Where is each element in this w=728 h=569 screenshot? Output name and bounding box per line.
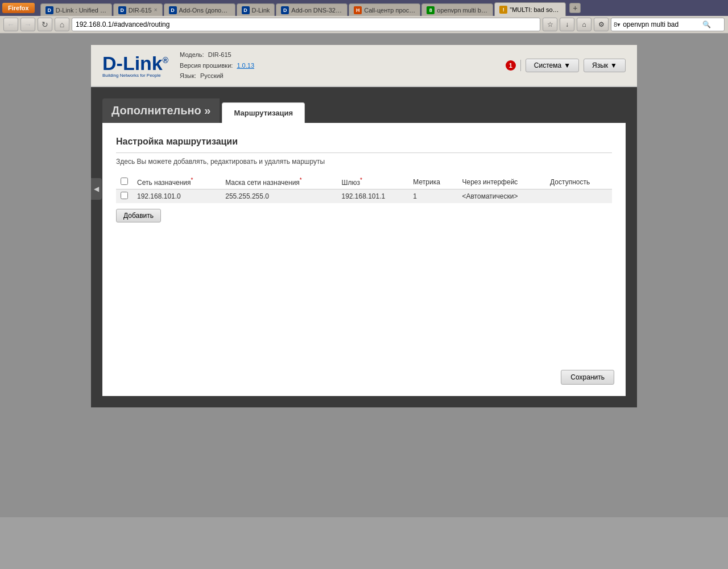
panel-description: Здесь Вы можете добавлять, редактировать… — [116, 158, 612, 166]
content-panel: Настройка маршрутизации Здесь Вы можете … — [102, 123, 626, 396]
tab-label: Add-Ons (дополнит... — [179, 7, 230, 14]
section-header: Дополнительно » Маршрутизация — [102, 98, 626, 123]
section-title: Дополнительно » — [102, 98, 220, 123]
save-button[interactable]: Сохранить — [561, 370, 614, 385]
table-row: 192.168.101.0 255.255.255.0 192.168.101.… — [116, 189, 612, 204]
main-dark-container: Дополнительно » Маршрутизация Настройка … — [91, 87, 637, 407]
reload-button[interactable]: ↻ — [38, 18, 52, 31]
notification-badge: 1 — [506, 60, 516, 71]
search-box: 8▾ 🔍 — [611, 18, 725, 31]
tab-favicon: D — [169, 6, 177, 14]
add-button[interactable]: Добавить — [116, 209, 161, 222]
firmware-line: Версия прошивки: 1.0.13 — [180, 60, 254, 71]
routing-tab[interactable]: Маршрутизация — [222, 102, 305, 123]
col-network: Сеть назначения* — [133, 175, 221, 189]
col-availability: Доступность — [545, 175, 612, 189]
system-chevron-icon: ▼ — [564, 61, 570, 69]
row-checkbox-cell — [116, 189, 133, 204]
browser-titlebar: Firefox DD-Link : Unified Servi...DDIR-6… — [0, 0, 728, 16]
dlink-logo: D-Link® Building Networks for People — [102, 53, 168, 78]
search-icon[interactable]: 🔍 — [702, 20, 711, 28]
browser-toolbar: ← → ↻ ⌂ ☆ ↓ ⌂ ⚙ 8▾ 🔍 — [0, 16, 728, 34]
bookmarks-button[interactable]: ☆ — [543, 18, 557, 31]
logo-text: D-Link® — [102, 53, 168, 73]
tab-label: D-Link : Unified Servi... — [56, 7, 107, 14]
row-availability — [545, 189, 612, 204]
panel-title: Настройка маршрутизации — [116, 137, 612, 153]
firefox-menu-button[interactable]: Firefox — [2, 3, 35, 13]
divider — [520, 60, 521, 71]
address-bar[interactable] — [76, 20, 536, 28]
downloads-button[interactable]: ↓ — [560, 18, 574, 31]
tab-bar: DD-Link : Unified Servi...DDIR-615×DAdd-… — [38, 0, 570, 16]
language-button[interactable]: Язык ▼ — [584, 59, 626, 72]
addons-button[interactable]: ⚙ — [594, 18, 609, 31]
lang-line: Язык: Русский — [180, 71, 254, 81]
tab-label: Add-on DNS-325 &... — [291, 7, 342, 14]
header-controls: 1 Система ▼ Язык ▼ — [506, 59, 626, 72]
main-wrapper: ◀ Дополнительно » Маршрутизация Настройк… — [91, 87, 637, 407]
search-engine-icon: 8▾ — [614, 21, 621, 28]
col-interface: Через интерфейс — [457, 175, 545, 189]
system-button[interactable]: Система ▼ — [526, 59, 579, 72]
row-network: 192.168.101.0 — [133, 189, 221, 204]
table-header-row: Сеть назначения* Маска сети назначения* … — [116, 175, 612, 189]
home-icon-btn[interactable]: ⌂ — [577, 18, 592, 31]
required-mark-2: * — [300, 177, 302, 183]
tab-favicon: H — [354, 6, 362, 14]
logo-section: D-Link® Building Networks for People Мод… — [102, 50, 254, 81]
tab-label: D-Link — [252, 7, 270, 14]
tab-label: openvpn multi bad -... — [437, 7, 488, 14]
address-bar-container — [72, 18, 540, 31]
tab-favicon: 8 — [427, 6, 435, 14]
page-content: D-Link® Building Networks for People Мод… — [0, 34, 728, 517]
row-mask: 255.255.255.0 — [221, 189, 337, 204]
table-body: 192.168.101.0 255.255.255.0 192.168.101.… — [116, 189, 612, 204]
forward-button[interactable]: → — [20, 18, 35, 31]
sidebar-toggle[interactable]: ◀ — [91, 178, 102, 200]
home-button[interactable]: ⌂ — [55, 18, 69, 31]
tab-favicon: D — [118, 6, 126, 14]
browser-tab-3[interactable]: DAdd-Ons (дополнит... — [164, 3, 235, 16]
col-checkbox — [116, 175, 133, 189]
tab-label: Call-центр просто и... — [364, 7, 415, 14]
tab-favicon: D — [281, 6, 289, 14]
browser-tab-7[interactable]: 8openvpn multi bad -... — [421, 3, 493, 16]
tab-favicon: D — [242, 6, 250, 14]
tab-close-icon[interactable]: × — [154, 7, 158, 13]
router-info: Модель: DIR-615 Версия прошивки: 1.0.13 … — [180, 50, 254, 81]
tab-favicon: ! — [499, 6, 507, 14]
language-chevron-icon: ▼ — [610, 61, 617, 69]
browser-tab-6[interactable]: HCall-центр просто и... — [349, 3, 420, 16]
browser-tab-2[interactable]: DDIR-615× — [113, 3, 163, 16]
browser-tab-5[interactable]: DAdd-on DNS-325 &... — [276, 3, 348, 16]
tab-label: DIR-615 — [129, 7, 152, 14]
search-input[interactable] — [623, 20, 702, 28]
row-interface: <Автоматически> — [457, 189, 545, 204]
col-metric: Метрика — [408, 175, 457, 189]
logo-tagline: Building Networks for People — [102, 73, 168, 78]
row-gateway: 192.168.101.1 — [337, 189, 408, 204]
router-header: D-Link® Building Networks for People Мод… — [91, 45, 637, 87]
browser-tab-1[interactable]: DD-Link : Unified Servi... — [40, 3, 112, 16]
tab-label: "MULTI: bad source ... — [510, 6, 561, 13]
col-gateway: Шлюз* — [337, 175, 408, 189]
required-mark-3: * — [360, 177, 362, 183]
required-mark: * — [191, 177, 193, 183]
logo-registered: ® — [163, 55, 168, 64]
browser-tab-4[interactable]: DD-Link — [237, 3, 275, 16]
browser-tab-8[interactable]: !"MULTI: bad source ... — [494, 2, 566, 16]
select-all-checkbox[interactable] — [121, 178, 128, 185]
table-header: Сеть назначения* Маска сети назначения* … — [116, 175, 612, 189]
tab-favicon: D — [46, 6, 53, 14]
model-line: Модель: DIR-615 — [180, 50, 254, 60]
firmware-link[interactable]: 1.0.13 — [237, 62, 254, 69]
row-metric: 1 — [408, 189, 457, 204]
routing-table: Сеть назначения* Маска сети назначения* … — [116, 175, 612, 203]
col-mask: Маска сети назначения* — [221, 175, 337, 189]
row-checkbox[interactable] — [121, 192, 128, 199]
new-tab-button[interactable]: + — [569, 3, 581, 13]
back-button[interactable]: ← — [3, 18, 18, 31]
